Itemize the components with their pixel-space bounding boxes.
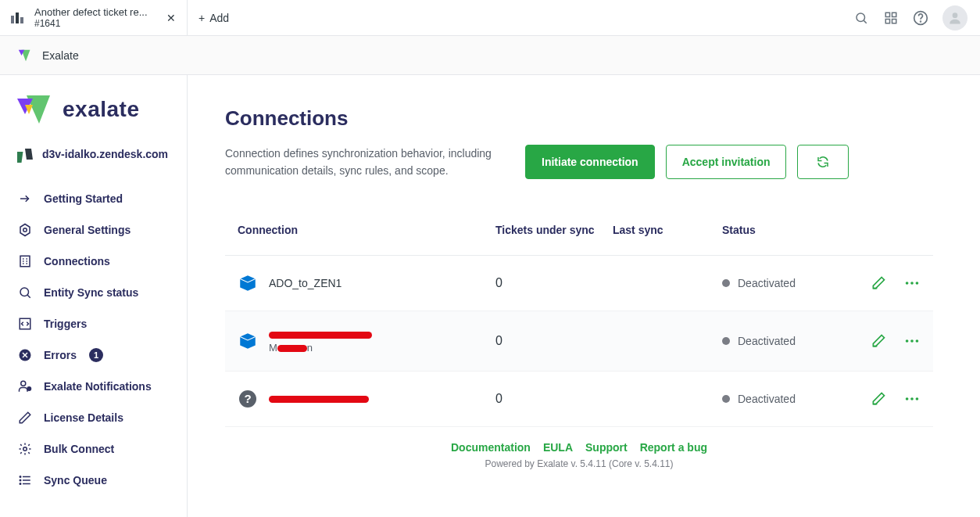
table-row[interactable]: ? 0 Deactivated [225, 372, 933, 427]
nav-general-settings[interactable]: General Settings [14, 214, 173, 246]
svg-point-7 [921, 21, 921, 22]
nav-triggers[interactable]: Triggers [14, 308, 173, 339]
nav-connections[interactable]: Connections [14, 246, 173, 277]
gear-icon [17, 222, 33, 238]
connection-name-redacted [269, 393, 369, 405]
ado-icon [238, 331, 258, 351]
edit-button[interactable] [871, 275, 886, 292]
svg-rect-5 [892, 19, 896, 23]
nav-label: General Settings [44, 224, 131, 236]
list-icon [17, 472, 33, 488]
connections-table: Connection Tickets under sync Last sync … [225, 208, 933, 427]
svg-point-43 [910, 282, 914, 285]
svg-point-53 [910, 397, 914, 400]
nav-errors[interactable]: Errors 1 [14, 339, 173, 371]
header-last-sync: Last sync [613, 224, 722, 236]
workspace: d3v-idalko.zendesk.com [14, 147, 173, 163]
add-label: Add [209, 12, 229, 24]
workspace-icon [17, 149, 34, 163]
nav-getting-started[interactable]: Getting Started [14, 183, 173, 214]
connection-name-redacted: Mn [269, 329, 372, 354]
nav-label: Exalate Notifications [44, 380, 152, 393]
svg-rect-4 [885, 19, 889, 23]
edit-button[interactable] [871, 332, 886, 350]
header-tickets: Tickets under sync [495, 224, 613, 236]
nav-label: Errors [44, 349, 77, 361]
tab-subtitle: #1641 [34, 18, 148, 29]
nav-bulk-connect[interactable]: Bulk Connect [14, 433, 173, 465]
close-tab-button[interactable]: ✕ [166, 12, 176, 24]
svg-point-38 [20, 476, 21, 478]
footer-link-support[interactable]: Support [585, 441, 628, 454]
footer-link-documentation[interactable]: Documentation [451, 441, 531, 454]
header-connection: Connection [238, 224, 495, 236]
sidebar: exalate d3v-idalko.zendesk.com Getting S… [0, 75, 188, 517]
svg-rect-3 [892, 13, 896, 16]
search-icon[interactable] [853, 10, 869, 26]
arrow-right-icon [17, 191, 33, 206]
nav-label: Triggers [44, 318, 87, 330]
more-button[interactable] [903, 275, 921, 292]
tickets-count: 0 [495, 392, 613, 406]
table-header: Connection Tickets under sync Last sync … [225, 208, 933, 256]
svg-rect-15 [25, 149, 33, 160]
initiate-connection-button[interactable]: Initiate connection [525, 145, 655, 179]
brand-name: exalate [63, 97, 139, 122]
nav-label: Bulk Connect [44, 443, 114, 455]
page-title: Connections [225, 106, 933, 131]
refresh-icon [816, 155, 830, 169]
nav-notifications[interactable]: Exalate Notifications [14, 371, 173, 402]
footer-powered: Powered by Exalate v. 5.4.11 (Core v. 5.… [225, 458, 933, 469]
svg-point-33 [27, 387, 31, 391]
ado-icon [238, 273, 258, 293]
footer-links: Documentation EULA Support Report a bug [225, 441, 933, 454]
more-button[interactable] [903, 390, 921, 407]
main-content: Connections Connection defines synchroni… [188, 75, 980, 517]
top-bar: Another defect ticket re... #1641 ✕ + Ad… [0, 0, 980, 36]
cog-icon [17, 441, 33, 457]
more-button[interactable] [903, 332, 921, 350]
edit-button[interactable] [871, 390, 886, 407]
connection-name: ADO_to_ZEN1 [269, 277, 342, 289]
errors-badge: 1 [89, 348, 103, 362]
avatar[interactable] [942, 5, 967, 31]
nav-entity-sync[interactable]: Entity Sync status [14, 277, 173, 308]
error-icon [17, 347, 33, 363]
svg-point-46 [906, 339, 909, 343]
help-icon[interactable] [913, 10, 928, 26]
svg-point-42 [906, 282, 909, 285]
add-tab-button[interactable]: + Add [188, 12, 240, 24]
table-row[interactable]: ADO_to_ZEN1 0 Deactivated [225, 256, 933, 311]
status-dot-icon [722, 337, 730, 345]
svg-point-48 [916, 339, 919, 343]
tab-text: Another defect ticket re... #1641 [34, 6, 148, 30]
footer: Documentation EULA Support Report a bug … [225, 441, 933, 469]
notification-icon [17, 379, 33, 394]
svg-point-18 [23, 228, 27, 232]
nav: Getting Started General Settings Connect… [14, 183, 173, 496]
svg-point-44 [916, 282, 919, 285]
ticket-tab[interactable]: Another defect ticket re... #1641 ✕ [0, 0, 188, 35]
accept-invitation-button[interactable]: Accept invitation [666, 145, 787, 179]
nav-label: Connections [44, 255, 110, 267]
refresh-button[interactable] [797, 145, 849, 179]
table-row[interactable]: Mn 0 Deactivated [225, 311, 933, 372]
footer-link-report[interactable]: Report a bug [640, 441, 707, 454]
footer-link-eula[interactable]: EULA [543, 441, 573, 454]
brand-logo: exalate [14, 94, 173, 125]
svg-line-1 [864, 20, 866, 23]
svg-point-8 [953, 13, 958, 18]
nav-label: Getting Started [44, 192, 123, 205]
nav-sync-queue[interactable]: Sync Queue [14, 465, 173, 496]
page-head: Connection defines synchronization behav… [225, 145, 933, 180]
tickets-count: 0 [495, 334, 613, 348]
svg-rect-2 [885, 13, 889, 16]
nav-license[interactable]: License Details [14, 402, 173, 433]
tickets-count: 0 [495, 276, 613, 290]
nav-label: Sync Queue [44, 474, 107, 486]
nav-label: Entity Sync status [44, 286, 138, 299]
svg-point-34 [23, 447, 27, 451]
apps-icon[interactable] [883, 10, 899, 26]
exalate-bar-label: Exalate [42, 49, 79, 62]
page-description: Connection defines synchronization behav… [225, 145, 506, 180]
